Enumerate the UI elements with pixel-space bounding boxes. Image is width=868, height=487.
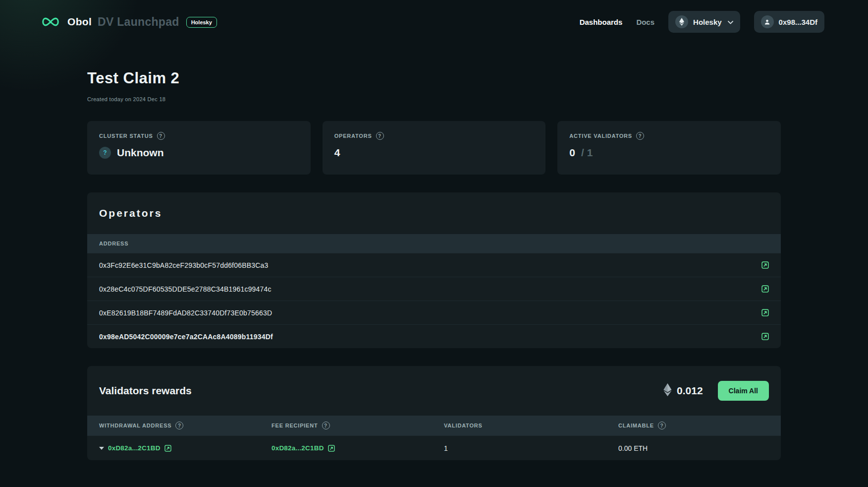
wallet-button[interactable]: 0x98...34Df: [754, 11, 824, 33]
external-link-icon[interactable]: [761, 309, 769, 316]
external-link-icon[interactable]: [761, 285, 769, 293]
external-link-icon[interactable]: [761, 333, 769, 340]
rewards-summary: 0.012 Claim All: [663, 381, 769, 401]
help-icon[interactable]: ?: [636, 132, 644, 140]
page-title: Test Claim 2: [87, 69, 781, 87]
total-rewards: 0.012: [663, 383, 703, 399]
withdrawal-address-cell: 0xD82a...2C1BD: [99, 444, 271, 452]
fee-recipient-link[interactable]: 0xD82a...2C1BD: [271, 444, 324, 452]
help-icon[interactable]: ?: [658, 422, 666, 429]
active-validators-value: 0 / 1: [569, 147, 769, 159]
brand: Obol DV Launchpad Holesky: [40, 15, 217, 29]
eth-diamond-icon: [663, 383, 672, 399]
stats-cards: Cluster Status ? ? Unknown Operators ? 4…: [87, 121, 781, 175]
expand-row-caret-icon[interactable]: [99, 447, 104, 450]
chevron-down-icon: [728, 18, 733, 26]
cluster-status-label-text: Cluster Status: [99, 133, 153, 139]
operator-address: 0x28eC4c075DF60535DDE5e2788C34B1961c9947…: [99, 285, 271, 293]
operator-row: 0xE82619B18BF7489FdAD82C33740Df73E0b7566…: [87, 301, 781, 324]
operators-panel-title: Operators: [99, 207, 162, 219]
operators-count: 4: [334, 147, 534, 159]
active-validators-total: / 1: [581, 147, 593, 159]
nav-dashboards[interactable]: Dashboards: [580, 18, 623, 26]
withdrawal-address-column-label: Withdrawal Address: [99, 423, 171, 428]
validators-count-cell: 1: [444, 444, 618, 452]
operators-table-header: Address: [87, 234, 781, 253]
cluster-status-value-text: Unknown: [117, 147, 164, 159]
operator-address-current-user: 0x98eAD5042C00009e7ce7a2CAAc8A4089b11934…: [99, 333, 273, 341]
operator-row: 0x98eAD5042C00009e7ce7a2CAAc8A4089b11934…: [87, 324, 781, 348]
active-validators-card: Active Validators ? 0 / 1: [557, 121, 781, 175]
operator-row: 0x3Fc92E6e31C9bA82ceF293b0cF57dd6f06BB3C…: [87, 253, 781, 277]
brand-name: Obol: [67, 16, 92, 28]
main-content: Test Claim 2 Created today on 2024 Dec 1…: [87, 69, 781, 460]
validators-column-label: Validators: [444, 423, 483, 428]
operator-address: 0xE82619B18BF7489FdAD82C33740Df73E0b7566…: [99, 309, 272, 317]
withdrawal-address-link[interactable]: 0xD82a...2C1BD: [108, 444, 161, 452]
fee-recipient-cell: 0xD82a...2C1BD: [271, 444, 444, 452]
rewards-table-header: Withdrawal Address ? Fee Recipient ? Val…: [87, 416, 781, 435]
operator-address: 0x3Fc92E6e31C9bA82ceF293b0cF57dd6f06BB3C…: [99, 261, 269, 269]
ethereum-icon: [675, 15, 688, 28]
operators-panel: Operators Address 0x3Fc92E6e31C9bA82ceF2…: [87, 192, 781, 348]
operators-label-text: Operators: [334, 133, 372, 139]
validators-rewards-panel: Validators rewards 0.012 Claim All: [87, 366, 781, 460]
wallet-address: 0x98...34Df: [779, 18, 817, 26]
network-selector-button[interactable]: Holesky: [668, 11, 740, 33]
claimable-cell: 0.00 ETH: [618, 444, 769, 452]
help-icon[interactable]: ?: [322, 422, 330, 429]
fee-recipient-column: Fee Recipient ?: [271, 422, 444, 429]
external-link-icon[interactable]: [761, 261, 769, 269]
user-icon: [761, 15, 774, 28]
page-subtitle: Created today on 2024 Dec 18: [87, 96, 781, 102]
top-bar: Obol DV Launchpad Holesky Dashboards Doc…: [0, 0, 868, 44]
rewards-table-row: 0xD82a...2C1BD 0xD82a...2C1BD 1 0.00 ETH: [87, 435, 781, 460]
operators-card: Operators ? 4: [323, 121, 546, 175]
cluster-status-label: Cluster Status ?: [99, 132, 299, 140]
operators-count-text: 4: [334, 147, 340, 159]
fee-recipient-column-label: Fee Recipient: [271, 423, 318, 428]
operator-row: 0x28eC4c075DF60535DDE5e2788C34B1961c9947…: [87, 277, 781, 301]
active-validators-active: 0: [569, 147, 575, 159]
external-link-icon[interactable]: [164, 445, 171, 452]
total-rewards-value: 0.012: [677, 385, 703, 397]
validators-column: Validators: [444, 423, 618, 428]
operators-panel-header: Operators: [87, 192, 781, 234]
unknown-status-icon: ?: [99, 147, 111, 159]
claimable-column: Claimable ?: [618, 422, 769, 429]
operators-card-label: Operators ?: [334, 132, 534, 140]
nav-docs[interactable]: Docs: [636, 18, 654, 26]
obol-logo-icon: [40, 16, 61, 28]
active-validators-label-text: Active Validators: [569, 133, 632, 139]
external-link-icon[interactable]: [328, 445, 335, 452]
help-icon[interactable]: ?: [157, 132, 165, 140]
help-icon[interactable]: ?: [175, 422, 183, 429]
withdrawal-address-column: Withdrawal Address ?: [99, 422, 271, 429]
claim-all-button[interactable]: Claim All: [718, 381, 769, 401]
active-validators-label: Active Validators ?: [569, 132, 769, 140]
help-icon[interactable]: ?: [376, 132, 384, 140]
rewards-panel-title: Validators rewards: [99, 385, 192, 397]
claimable-column-label: Claimable: [618, 423, 654, 428]
cluster-status-card: Cluster Status ? ? Unknown: [87, 121, 311, 175]
network-selector-label: Holesky: [693, 18, 722, 26]
brand-product: DV Launchpad: [98, 15, 179, 29]
cluster-status-value: ? Unknown: [99, 147, 299, 159]
top-nav: Dashboards Docs Holesky 0x98...34Df: [580, 11, 824, 33]
network-badge: Holesky: [186, 17, 217, 28]
rewards-panel-header: Validators rewards 0.012 Claim All: [87, 366, 781, 416]
